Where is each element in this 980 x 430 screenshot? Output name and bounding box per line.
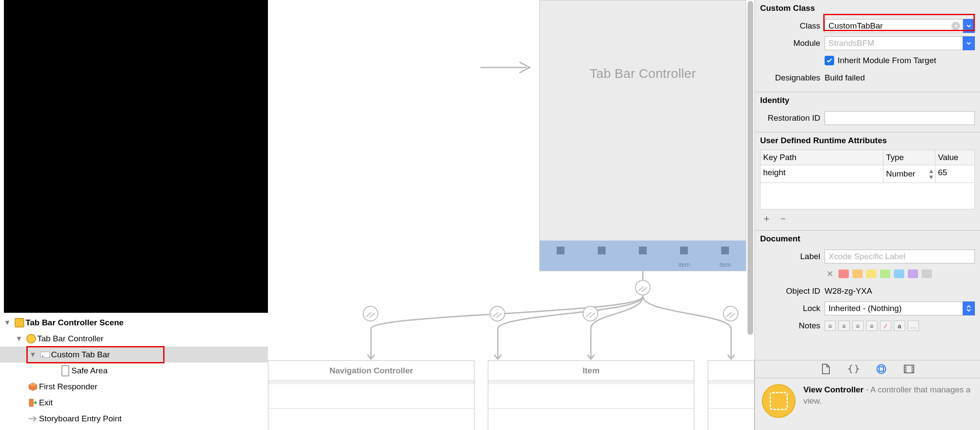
tbc-tab-3[interactable]	[622, 241, 663, 271]
udra-row[interactable]: height Number ▲▼ 65	[761, 165, 974, 183]
tbc-tabbar[interactable]: Item Item	[540, 241, 746, 271]
entry-arrow-icon	[479, 59, 535, 76]
inherit-checkbox[interactable]	[825, 56, 834, 65]
section-title: Custom Class	[760, 3, 975, 13]
object-library: View Controller - A controller that mana…	[755, 378, 980, 430]
font-button[interactable]: a	[894, 321, 905, 331]
child-vc-card-1[interactable]: Navigation Controller	[268, 360, 474, 430]
card-title: Navigation Controller	[268, 361, 474, 381]
object-id-value: W28-zg-YXA	[825, 286, 872, 296]
field-notes: Notes ≡ ≡ ≡ ≡ ⁄ a …	[760, 317, 975, 334]
tbc-tab-2[interactable]	[581, 241, 622, 271]
tab-glyph-icon	[639, 247, 647, 254]
tbc-title: Tab Bar Controller	[540, 66, 746, 81]
align-right-button[interactable]: ≡	[852, 321, 864, 331]
chevron-updown-icon	[966, 305, 971, 312]
disclosure-icon[interactable]: ▼	[4, 319, 12, 327]
udra-key[interactable]: height	[761, 165, 883, 183]
seg-file-button[interactable]	[819, 363, 832, 375]
tree-label: Exit	[39, 398, 53, 408]
field-label: Class	[760, 21, 825, 31]
segue-handle[interactable]	[490, 306, 505, 321]
chevron-down-icon	[966, 23, 971, 29]
table-row	[268, 409, 474, 430]
tree-row-exit[interactable]: Exit	[0, 395, 268, 411]
section-title: User Defined Runtime Attributes	[760, 136, 975, 145]
class-input[interactable]: CustomTabBar	[825, 19, 963, 33]
udra-col-type[interactable]: Type	[883, 150, 935, 165]
tree-label: Tab Bar Controller	[37, 334, 103, 343]
color-clear-button[interactable]: ✕	[825, 270, 835, 278]
safearea-icon	[61, 365, 69, 376]
color-swatch[interactable]	[908, 270, 918, 278]
udra-remove-button[interactable]: －	[778, 212, 788, 225]
tbc-body: Tab Bar Controller Item Item	[540, 0, 746, 271]
udra-col-value[interactable]: Value	[935, 150, 974, 165]
udra-add-button[interactable]: ＋	[762, 212, 771, 225]
field-object-id: Object ID W28-zg-YXA	[760, 282, 975, 300]
seg-object-button[interactable]	[875, 363, 888, 375]
color-swatch[interactable]	[838, 270, 849, 278]
udra-value[interactable]: 65	[935, 165, 974, 183]
class-input-value: CustomTabBar	[828, 21, 883, 30]
tbc-tab-1[interactable]	[540, 241, 581, 271]
library-item-text[interactable]: View Controller - A controller that mana…	[803, 384, 973, 424]
field-label: Label	[760, 252, 825, 261]
segue-handle[interactable]	[635, 280, 651, 295]
color-swatch[interactable]	[866, 270, 877, 278]
svg-point-1	[877, 365, 886, 373]
scrollbar-thumb[interactable]	[748, 1, 753, 335]
udra-header: Key Path Type Value	[761, 150, 974, 165]
section-title: Document	[760, 234, 975, 244]
class-dropdown-button[interactable]	[963, 19, 975, 33]
lock-dropdown-button[interactable]	[963, 302, 975, 315]
disclosure-icon[interactable]: ▼	[16, 335, 23, 343]
child-vc-card-2[interactable]: Item	[488, 360, 694, 430]
udra-type[interactable]: Number ▲▼	[883, 165, 935, 183]
tbc-tab-4[interactable]: Item	[664, 241, 705, 271]
tab-glyph-icon	[598, 247, 606, 254]
segue-handle[interactable]	[363, 306, 378, 321]
library-item-icon[interactable]	[762, 384, 796, 418]
seg-media-button[interactable]	[903, 363, 916, 375]
restoration-id-input[interactable]	[825, 111, 975, 125]
tab-bar-controller-scene[interactable]: Tab Bar Controller Item Item	[539, 0, 746, 271]
align-justify-button[interactable]: ≡	[866, 321, 877, 331]
tree-row-custom-tab-bar[interactable]: ▼ Custom Tab Bar	[0, 347, 268, 363]
lock-select[interactable]: Inherited - (Nothing)	[825, 302, 963, 315]
color-swatch[interactable]	[852, 270, 863, 278]
seg-snippet-button[interactable]	[847, 363, 860, 375]
navigator-panel: ▼ Tab Bar Controller Scene ▼ Tab Bar Con…	[0, 0, 268, 430]
segue-handle[interactable]	[723, 306, 738, 321]
color-swatch[interactable]	[922, 270, 932, 278]
tree-row-safe-area[interactable]: Safe Area	[0, 363, 268, 379]
tbc-tab-5[interactable]: Item	[705, 241, 746, 271]
clear-icon[interactable]	[951, 22, 960, 30]
panel-document: Document Label Xcode Specific Label ✕ Ob…	[755, 231, 980, 340]
tree-row-controller[interactable]: ▼ Tab Bar Controller	[0, 331, 268, 347]
storyboard-canvas[interactable]: Tab Bar Controller Item Item Navigation …	[268, 0, 754, 430]
tree-row-entry-point[interactable]: Storyboard Entry Point	[0, 411, 268, 427]
align-center-button[interactable]: ≡	[838, 321, 850, 331]
more-button[interactable]: …	[908, 321, 919, 331]
udra-col-key[interactable]: Key Path	[761, 150, 883, 165]
color-swatch[interactable]	[880, 270, 890, 278]
segue-handle[interactable]	[583, 306, 598, 321]
text-color-button[interactable]: ⁄	[880, 321, 891, 331]
tree-row-scene[interactable]: ▼ Tab Bar Controller Scene	[0, 314, 268, 331]
module-dropdown-button[interactable]	[963, 36, 975, 50]
stepper-icon[interactable]: ▲▼	[928, 168, 934, 180]
udra-type-value: Number	[886, 169, 916, 179]
svg-rect-2	[879, 367, 883, 371]
align-left-button[interactable]: ≡	[825, 321, 836, 331]
udra-footer: ＋ －	[760, 209, 975, 225]
tree-row-first-responder[interactable]: First Responder	[0, 379, 268, 395]
field-label: Object ID	[760, 286, 825, 296]
tabbar-icon	[40, 352, 50, 358]
module-input[interactable]: StrandsBFM	[825, 36, 963, 50]
label-input[interactable]: Xcode Specific Label	[825, 250, 975, 263]
canvas-scrollbar[interactable]	[747, 0, 754, 430]
field-label-name: Label Xcode Specific Label	[760, 248, 975, 265]
color-swatch[interactable]	[894, 270, 904, 278]
disclosure-icon[interactable]: ▼	[29, 351, 37, 359]
